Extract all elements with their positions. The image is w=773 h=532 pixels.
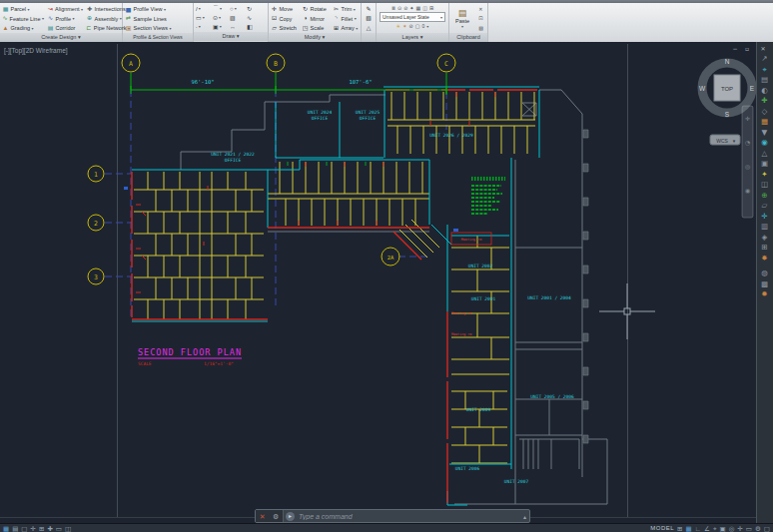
lineweight-icon[interactable]: ◫ xyxy=(65,524,71,532)
selection-cycling-button[interactable]: △ xyxy=(366,24,373,32)
rotate-button[interactable]: ↻Rotate xyxy=(302,5,330,13)
compass-west-label[interactable]: W xyxy=(699,85,706,92)
polar-icon[interactable]: ∠ xyxy=(704,524,710,532)
layer-isolate-icon[interactable]: ✦ xyxy=(409,5,413,11)
profile-button[interactable]: ∿Profile▾ xyxy=(47,15,83,23)
toolbar-table-icon[interactable]: ⊞ xyxy=(761,243,767,252)
toolbar-star-icon[interactable]: ✦ xyxy=(761,170,767,179)
layer-off-icon[interactable]: ⊙ xyxy=(397,5,401,11)
panel-label-modify[interactable]: Modify ▾ xyxy=(269,33,361,42)
snap-mode-icon[interactable]: ▤ xyxy=(12,524,18,532)
draw-ellipse-button[interactable]: ⊙▾ xyxy=(213,14,230,21)
toolbar-columns-icon[interactable]: ▥ xyxy=(761,222,768,231)
panel-label-draw[interactable]: Draw ▾ xyxy=(194,32,268,41)
settings-gear-icon[interactable]: ⚙ xyxy=(755,524,761,532)
toolbar-circle-dot-icon[interactable]: ◉ xyxy=(761,138,768,147)
draw-point-button[interactable]: ∙▾ xyxy=(196,24,213,30)
draw-rectangle-button[interactable]: ▭▾ xyxy=(196,14,213,21)
toolbar-gem-icon[interactable]: ◈ xyxy=(762,233,768,242)
isolate-icon[interactable]: ▢ xyxy=(764,524,770,532)
toolbar-cross-icon[interactable]: ✛ xyxy=(761,212,767,221)
toolbar-rows-icon[interactable]: ▤ xyxy=(761,75,768,84)
toolbar-flash-icon[interactable]: ✹ xyxy=(761,289,767,298)
drawing-canvas[interactable]: A B C 1 2 3 2A 96'-10" 107'-6" UNIT 2024… xyxy=(0,42,773,523)
ucs-icon[interactable]: ◎ xyxy=(729,524,735,532)
zoom-icon[interactable]: ◔ xyxy=(745,139,750,146)
copy-clip-icon[interactable]: ⊡ xyxy=(478,15,483,21)
grading-button[interactable]: ▲Grading▾ xyxy=(2,24,44,32)
restore-icon[interactable]: ▫ xyxy=(745,45,749,52)
model-space-toggle[interactable]: MODEL xyxy=(650,525,674,531)
object-snap-icon[interactable]: ▭ xyxy=(56,524,62,532)
toolbar-parallelogram-icon[interactable]: ▱ xyxy=(762,201,768,210)
stretch-button[interactable]: ▱Stretch xyxy=(271,24,299,32)
mirror-button[interactable]: ◑Mirror xyxy=(302,15,330,23)
layer-lock-icon[interactable]: ▦ xyxy=(416,5,421,11)
toolbar-burst-icon[interactable]: ✸ xyxy=(761,254,767,263)
toolbar-circle-plus-icon[interactable]: ⊕ xyxy=(761,191,767,200)
feature-line-button[interactable]: ∿Feature Line▾ xyxy=(2,15,44,23)
panel-label-create-design[interactable]: Create Design ▾ xyxy=(0,33,122,42)
toolbar-disc-icon[interactable]: ◍ xyxy=(761,268,768,277)
command-close-icon[interactable]: ✕ xyxy=(260,513,266,520)
draw-circle-button[interactable]: ○▾ xyxy=(230,6,247,12)
profile-view-button[interactable]: ▅Profile View▾ xyxy=(125,5,191,13)
toolbar-down-icon[interactable]: ▼ xyxy=(762,128,768,137)
parcel-button[interactable]: ▦Parcel▾ xyxy=(2,5,44,13)
layer-match-icon[interactable]: ⊞ xyxy=(429,5,433,11)
compass-south-label[interactable]: S xyxy=(725,111,730,118)
draw-spline-button[interactable]: ∿ xyxy=(247,14,264,21)
layer-on-icon[interactable]: ☀ xyxy=(396,23,400,29)
compass-north-label[interactable]: N xyxy=(725,58,730,65)
polar-tracking-icon[interactable]: ✚ xyxy=(47,524,52,532)
draw-wipeout-button[interactable]: ◧ xyxy=(247,23,264,30)
toolbar-pointer-icon[interactable]: ↗ xyxy=(761,54,767,63)
fillet-button[interactable]: ◝Fillet▾ xyxy=(333,15,359,23)
array-button[interactable]: ⊞Array▾ xyxy=(333,24,359,32)
trim-button[interactable]: ✂Trim▾ xyxy=(333,5,359,13)
layer-properties-icon[interactable]: ≣ xyxy=(391,5,395,11)
command-bar[interactable]: ✕ ⚙ ▸ ▴ xyxy=(255,509,530,523)
toolbar-grid-icon[interactable]: ▦ xyxy=(761,117,768,126)
panel-label-layers[interactable]: Layers ▾ xyxy=(377,33,448,42)
toolbar-diamond-icon[interactable]: ◇ xyxy=(762,107,768,116)
infer-constraints-icon[interactable]: ▢ xyxy=(21,524,27,532)
corridor-button[interactable]: ▤Corridor xyxy=(47,24,83,32)
paste-button[interactable]: ▤Paste▾ xyxy=(453,4,471,33)
move-button[interactable]: ✛Move xyxy=(271,5,299,13)
toolbar-contrast-icon[interactable]: ◐ xyxy=(761,86,768,95)
paste-special-icon[interactable]: ▨ xyxy=(478,25,483,31)
alignment-button[interactable]: ↝Alignment▾ xyxy=(47,5,83,13)
layout-grid-icon[interactable]: ⊞ xyxy=(677,524,682,532)
workspace-icon[interactable]: ▭ xyxy=(746,524,752,532)
toolbar-window-icon[interactable]: ◫ xyxy=(761,180,768,189)
layer-color-swatch[interactable]: ▢ xyxy=(415,23,420,29)
navigation-bar[interactable]: ✛ ◔ ◎ ◉ xyxy=(742,106,753,218)
command-input[interactable] xyxy=(297,512,523,521)
command-tools-icon[interactable]: ⚙ xyxy=(273,513,279,520)
close-icon[interactable]: ✕ xyxy=(760,45,765,52)
grid-icon[interactable]: ▦ xyxy=(686,524,692,532)
isolate-objects-button[interactable]: ▧ xyxy=(366,15,373,23)
compass-east-label[interactable]: E xyxy=(750,85,755,92)
layer-walk-icon[interactable]: ◫ xyxy=(422,5,427,11)
layer-freeze-icon[interactable]: ⊘ xyxy=(403,5,407,11)
dynamic-input-icon[interactable]: ✛ xyxy=(30,524,35,532)
draw-hatch-button[interactable]: ▨ xyxy=(230,14,247,21)
toolbar-square-icon[interactable]: ▣ xyxy=(761,159,768,168)
scale-button[interactable]: ◳Scale xyxy=(302,24,330,32)
layer-state-dropdown[interactable]: Unsaved Layer State▾ xyxy=(380,12,445,22)
toolbar-hatch-icon[interactable]: ▩ xyxy=(761,279,768,288)
command-prompt-icon[interactable]: ▸ xyxy=(286,512,295,521)
section-views-button[interactable]: ▥Section Views▾ xyxy=(125,24,191,32)
steering-wheel-icon[interactable]: ◉ xyxy=(745,187,750,194)
otrack-icon[interactable]: ▣ xyxy=(720,524,726,532)
draw-arc-button[interactable]: ⌒▾ xyxy=(213,4,230,13)
panel-label-profile-section-views[interactable]: Profile & Section Views xyxy=(123,33,193,42)
match-properties-button[interactable]: ✎ xyxy=(366,5,373,13)
osnap-icon[interactable]: ⌖ xyxy=(713,524,717,532)
copy-button[interactable]: ⊡Copy xyxy=(271,15,299,23)
command-history-expand-icon[interactable]: ▴ xyxy=(523,513,529,520)
snap-icon[interactable]: ∟ xyxy=(695,524,701,532)
orbit-icon[interactable]: ◎ xyxy=(745,163,750,170)
